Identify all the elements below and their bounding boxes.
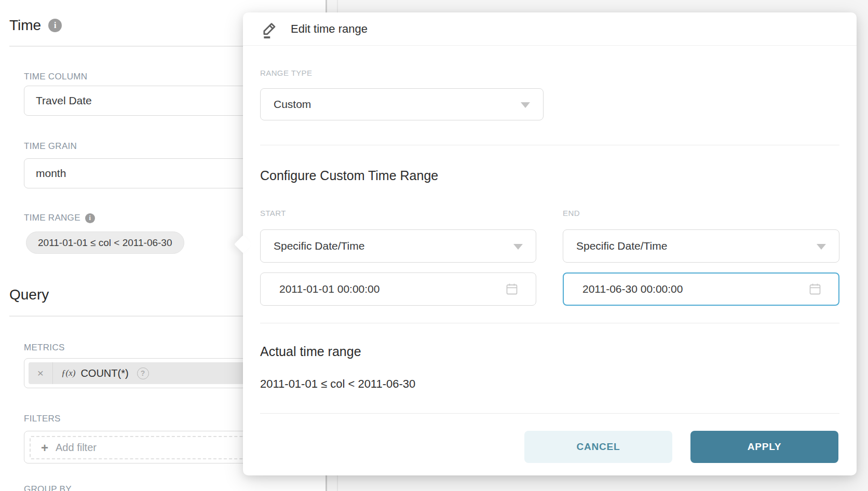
time-column-value: Travel Date [36, 94, 92, 107]
chip-separator [52, 362, 53, 384]
time-range-label: TIME RANGE [24, 213, 95, 223]
time-grain-value: month [36, 167, 66, 180]
calendar-icon[interactable] [808, 282, 822, 296]
end-label: END [563, 209, 580, 217]
metrics-label: METRICS [24, 343, 65, 353]
time-section-title: Time [9, 17, 62, 34]
divider [260, 145, 839, 145]
edit-pencil-icon [261, 19, 279, 39]
range-type-select[interactable]: Custom [260, 88, 544, 120]
info-icon[interactable] [85, 213, 95, 223]
query-section-title: Query [9, 287, 49, 303]
filters-label: FILTERS [24, 414, 61, 424]
actual-time-range-value: 2011-01-01 ≤ col < 2011-06-30 [260, 377, 415, 391]
end-type-select[interactable]: Specific Date/Time [563, 229, 839, 263]
time-range-pill[interactable]: 2011-01-01 ≤ col < 2011-06-30 [26, 231, 184, 254]
section-divider [9, 46, 248, 47]
end-type-value: Specific Date/Time [576, 240, 667, 252]
cancel-button[interactable]: CANCEL [524, 431, 672, 463]
query-section-label: Query [9, 287, 49, 303]
time-grain-label: TIME GRAIN [24, 141, 77, 152]
time-column-label: TIME COLUMN [24, 72, 87, 82]
start-type-select[interactable]: Specific Date/Time [260, 229, 536, 263]
remove-metric-icon[interactable]: × [29, 367, 52, 379]
actual-time-range-heading: Actual time range [260, 344, 361, 359]
time-grain-select[interactable]: month [24, 158, 247, 188]
popover-title: Edit time range [291, 22, 368, 36]
configure-heading: Configure Custom Time Range [260, 168, 438, 183]
end-datetime-input[interactable] [563, 272, 839, 306]
range-type-label: RANGE TYPE [260, 69, 312, 77]
chevron-down-icon [513, 244, 523, 250]
metric-chip[interactable]: × ƒ(x) COUNT(*) ? [29, 362, 247, 384]
time-range-label-text: TIME RANGE [24, 213, 80, 223]
apply-button[interactable]: APPLY [690, 431, 838, 463]
metric-name: COUNT(*) [80, 367, 128, 379]
add-filter-button[interactable]: + Add filter [30, 436, 247, 459]
start-label: START [260, 209, 286, 217]
start-datetime-input[interactable] [260, 272, 536, 306]
metrics-field[interactable]: × ƒ(x) COUNT(*) ? [24, 358, 247, 388]
edit-time-range-popover: Edit time range RANGE TYPE Custom Config… [243, 12, 857, 475]
plus-icon: + [41, 441, 48, 455]
time-section-label: Time [9, 17, 41, 34]
metric-help-icon[interactable]: ? [137, 367, 149, 379]
add-filter-label: Add filter [56, 442, 97, 454]
function-icon: ƒ(x) [61, 368, 75, 378]
group-by-label: GROUP BY [24, 484, 72, 491]
chevron-down-icon [521, 102, 530, 108]
popover-header: Edit time range [243, 12, 857, 46]
section-divider [9, 316, 248, 317]
start-type-value: Specific Date/Time [274, 240, 364, 252]
end-datetime-wrapper [563, 272, 839, 306]
time-column-select[interactable]: Travel Date [24, 86, 247, 116]
divider [260, 323, 839, 323]
start-datetime-wrapper [260, 272, 536, 306]
filters-field: + Add filter [24, 431, 247, 463]
chevron-down-icon [817, 244, 826, 250]
info-icon[interactable] [48, 19, 62, 32]
range-type-value: Custom [274, 98, 311, 111]
calendar-icon[interactable] [505, 282, 519, 296]
divider [260, 413, 839, 414]
